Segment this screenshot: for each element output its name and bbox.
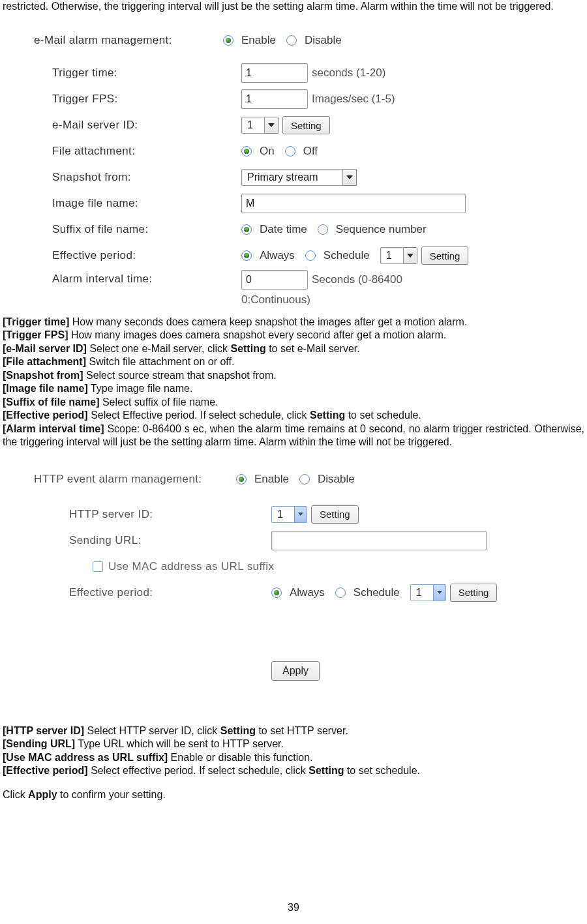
chevron-down-icon[interactable] <box>343 169 357 186</box>
description-text: Type URL which will be sent to HTTP serv… <box>75 738 284 749</box>
alarm-interval-hint-line1: Seconds (0-86400 <box>312 273 402 286</box>
description-line: [Snapshot from] Select source stream tha… <box>3 369 584 382</box>
description-key: [Effective period] <box>3 765 88 776</box>
http-descriptions: [HTTP server ID] Select HTTP server ID, … <box>3 724 584 778</box>
page-number: 39 <box>0 902 587 914</box>
effective-schedule-value: 1 <box>380 247 404 264</box>
description-line: [Effective period] Select effective peri… <box>3 764 584 777</box>
effective-schedule-setting-button[interactable]: Setting <box>421 246 469 265</box>
http-disable-label: Disable <box>318 473 355 486</box>
effective-schedule-select[interactable]: 1 <box>380 247 417 264</box>
description-text-after: to set e-Mail server. <box>266 343 360 354</box>
image-file-name-input[interactable]: M <box>241 194 466 213</box>
description-bold: Setting <box>230 343 265 354</box>
http-effective-label: Effective period: <box>34 586 271 599</box>
description-line: [File attachment] Switch file attachment… <box>3 355 584 368</box>
sending-url-label: Sending URL: <box>34 534 271 547</box>
suffix-sequence-label: Sequence number <box>336 223 427 236</box>
use-mac-checkbox[interactable] <box>93 561 103 572</box>
description-line: [Alarm interval time] Scope: 0-86400 s e… <box>3 423 584 449</box>
description-line: [Trigger time] How many seconds does cam… <box>3 316 584 329</box>
suffix-datetime-label: Date time <box>260 223 307 236</box>
description-line: [HTTP server ID] Select HTTP server ID, … <box>3 724 584 738</box>
description-key: [Snapshot from] <box>3 370 83 381</box>
file-attachment-on-radio[interactable] <box>241 146 252 156</box>
trigger-time-input[interactable]: 1 <box>241 63 308 83</box>
http-effective-always-label: Always <box>290 586 325 599</box>
description-bold: Setting <box>309 765 344 776</box>
apply-button[interactable]: Apply <box>271 661 320 681</box>
use-mac-label: Use MAC address as URL suffix <box>108 560 274 573</box>
http-effective-select[interactable]: 1 <box>410 584 446 601</box>
description-key: [File attachment] <box>3 356 86 367</box>
file-attachment-label: File attachment: <box>34 145 241 158</box>
email-server-id-value: 1 <box>241 117 265 134</box>
email-disable-label: Disable <box>305 34 342 47</box>
description-key: [Sending URL] <box>3 738 75 749</box>
http-server-id-select[interactable]: 1 <box>271 506 307 523</box>
http-effective-always-radio[interactable] <box>271 588 282 598</box>
alarm-interval-input[interactable]: 0 <box>241 270 308 290</box>
description-line: [Use MAC address as URL suffix] Enable o… <box>3 751 584 764</box>
description-bold: Setting <box>310 410 345 421</box>
use-mac-cell: Use MAC address as URL suffix <box>34 560 274 573</box>
suffix-label: Suffix of file name: <box>34 223 241 236</box>
effective-always-label: Always <box>260 249 295 262</box>
effective-schedule-radio[interactable] <box>305 250 316 261</box>
effective-period-label: Effective period: <box>34 249 241 262</box>
description-text: How many images does camera snapshot eve… <box>68 329 446 340</box>
description-key: [Alarm interval time] <box>3 423 104 434</box>
chevron-down-icon[interactable] <box>433 585 445 601</box>
description-text-after: to set schedule. <box>345 410 421 421</box>
description-key: [Trigger FPS] <box>3 329 68 340</box>
file-attachment-off-radio[interactable] <box>285 146 295 156</box>
closing-bold: Apply <box>28 789 57 800</box>
trigger-time-label: Trigger time: <box>34 67 241 80</box>
description-key: [Suffix of file name] <box>3 396 99 408</box>
file-attachment-on-label: On <box>260 145 275 158</box>
email-descriptions: [Trigger time] How many seconds does cam… <box>3 316 584 449</box>
description-text: Select HTTP server ID, click <box>84 725 220 736</box>
http-effective-schedule-radio[interactable] <box>335 588 346 598</box>
description-key: [e-Mail server ID] <box>3 343 87 354</box>
suffix-datetime-radio[interactable] <box>241 224 252 235</box>
chevron-down-icon[interactable] <box>294 507 307 522</box>
http-server-setting-button[interactable]: Setting <box>311 505 359 524</box>
description-text: Select source stream that snapshot from. <box>83 370 277 381</box>
snapshot-from-select[interactable]: Primary stream <box>241 169 357 186</box>
description-line: [Trigger FPS] How many images does camer… <box>3 329 584 342</box>
http-enable-radio[interactable] <box>236 474 247 484</box>
suffix-sequence-radio[interactable] <box>318 224 328 235</box>
description-text: Enable or disable this function. <box>168 752 312 763</box>
email-disable-radio[interactable] <box>286 35 297 46</box>
trigger-fps-label: Trigger FPS: <box>34 93 241 106</box>
http-alarm-label: HTTP event alarm management: <box>34 473 236 486</box>
description-text-after: to set schedule. <box>344 765 420 776</box>
http-server-id-value: 1 <box>272 507 294 522</box>
description-text: Type image file name. <box>88 383 193 394</box>
description-key: [Image file name] <box>3 383 88 394</box>
snapshot-from-label: Snapshot from: <box>34 171 241 184</box>
description-line: [Suffix of file name] Select suffix of f… <box>3 396 584 409</box>
description-text: Switch file attachment on or off. <box>86 356 234 367</box>
effective-always-radio[interactable] <box>241 250 252 261</box>
description-key: [Effective period] <box>3 410 88 421</box>
chevron-down-icon[interactable] <box>404 247 417 264</box>
email-alarm-label: e-Mail alarm management: <box>34 34 223 47</box>
description-line: [e-Mail server ID] Select one e-Mail ser… <box>3 342 584 355</box>
http-effective-setting-button[interactable]: Setting <box>450 584 498 602</box>
sending-url-input[interactable] <box>271 531 487 550</box>
email-server-id-select[interactable]: 1 <box>241 117 278 134</box>
image-file-name-label: Image file name: <box>34 197 241 210</box>
alarm-interval-label: Alarm interval time: <box>34 270 241 286</box>
http-disable-radio[interactable] <box>299 474 310 484</box>
email-enable-radio[interactable] <box>223 35 233 46</box>
description-key: [HTTP server ID] <box>3 725 84 736</box>
email-alarm-panel: e-Mail alarm management: Enable Disable … <box>34 29 566 306</box>
description-line: [Effective period] Select Effective peri… <box>3 409 584 422</box>
http-server-id-label: HTTP server ID: <box>34 508 271 521</box>
chevron-down-icon[interactable] <box>265 117 278 134</box>
email-server-setting-button[interactable]: Setting <box>282 116 330 134</box>
http-effective-schedule-label: Schedule <box>354 586 400 599</box>
trigger-fps-input[interactable]: 1 <box>241 89 308 109</box>
